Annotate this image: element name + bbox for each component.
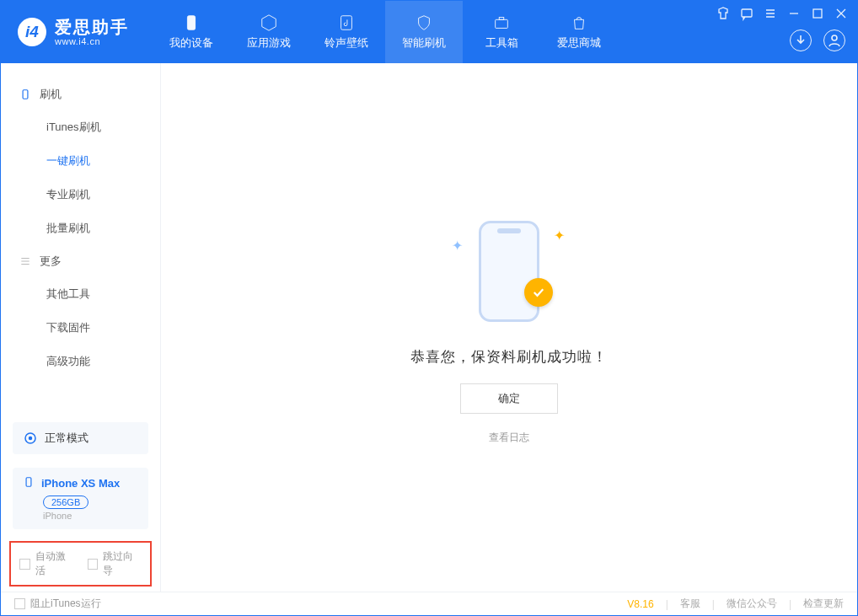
checkbox-label: 跳过向导 xyxy=(103,549,142,578)
nav-app-games[interactable]: 应用游戏 xyxy=(230,1,308,63)
sidebar-item-onekey-flash[interactable]: 一键刷机 xyxy=(1,144,160,178)
skin-icon[interactable] xyxy=(716,6,731,21)
section-label: 更多 xyxy=(40,254,62,269)
sidebar-item-other-tools[interactable]: 其他工具 xyxy=(1,277,160,311)
svg-rect-10 xyxy=(26,478,31,487)
checkbox-label: 阻止iTunes运行 xyxy=(30,597,101,611)
nav-label: 铃声壁纸 xyxy=(324,35,368,51)
phone-small-icon xyxy=(23,476,35,490)
checkbox-block-itunes[interactable]: 阻止iTunes运行 xyxy=(14,597,101,611)
divider: | xyxy=(789,598,791,610)
highlighted-options: 自动激活 跳过向导 xyxy=(9,541,152,587)
feedback-icon[interactable] xyxy=(739,6,754,21)
device-mode-label: 正常模式 xyxy=(45,431,88,446)
account-button[interactable] xyxy=(823,29,845,51)
nav-label: 应用游戏 xyxy=(247,35,291,51)
wechat-link[interactable]: 微信公众号 xyxy=(727,597,777,611)
divider: | xyxy=(666,598,668,610)
sidebar-item-batch-flash[interactable]: 批量刷机 xyxy=(1,212,160,245)
device-name: iPhone XS Max xyxy=(41,477,120,490)
version-label: V8.16 xyxy=(627,598,653,610)
svg-rect-7 xyxy=(23,90,28,99)
svg-rect-3 xyxy=(499,18,504,20)
section-label: 刷机 xyxy=(40,87,62,102)
minimize-button[interactable] xyxy=(786,6,802,21)
nav-my-device[interactable]: 我的设备 xyxy=(153,1,230,63)
logo-title: 爱思助手 xyxy=(55,18,129,36)
sidebar-item-pro-flash[interactable]: 专业刷机 xyxy=(1,178,160,212)
check-update-link[interactable]: 检查更新 xyxy=(803,597,844,611)
mode-icon xyxy=(23,431,38,446)
svg-rect-6 xyxy=(813,9,822,18)
nav-smart-flash[interactable]: 智能刷机 xyxy=(385,1,463,63)
storage-badge: 256GB xyxy=(43,495,88,509)
logo-url: www.i4.cn xyxy=(55,36,129,46)
customer-service-link[interactable]: 客服 xyxy=(680,597,700,611)
cube-icon xyxy=(260,13,278,32)
divider: | xyxy=(712,598,715,610)
header: i4 爱思助手 www.i4.cn 我的设备 应用游戏 铃声壁纸 智能刷机 工具… xyxy=(1,1,857,63)
nav-ringtone-wallpaper[interactable]: 铃声壁纸 xyxy=(308,1,385,63)
toolbox-icon xyxy=(492,13,511,32)
device-icon xyxy=(19,88,31,100)
shield-refresh-icon xyxy=(415,13,433,32)
status-bar: 阻止iTunes运行 V8.16 | 客服 | 微信公众号 | 检查更新 xyxy=(1,592,857,615)
sparkle-icon: ✦ xyxy=(554,228,565,244)
top-nav: 我的设备 应用游戏 铃声壁纸 智能刷机 工具箱 爱思商城 xyxy=(153,1,618,63)
svg-rect-2 xyxy=(496,19,508,28)
download-button[interactable] xyxy=(790,29,812,51)
nav-label: 工具箱 xyxy=(485,35,518,51)
checkbox-icon xyxy=(14,598,25,609)
phone-icon xyxy=(182,13,201,32)
check-badge-icon xyxy=(524,278,553,307)
list-icon xyxy=(19,255,31,267)
view-log-link[interactable]: 查看日志 xyxy=(489,431,529,445)
nav-store[interactable]: 爱思商城 xyxy=(540,1,618,63)
svg-point-9 xyxy=(29,437,33,441)
success-message: 恭喜您，保资料刷机成功啦！ xyxy=(410,347,608,367)
bag-icon xyxy=(570,13,588,32)
success-illustration: ✦ ✦ xyxy=(433,212,585,330)
device-mode-card[interactable]: 正常模式 xyxy=(13,422,148,454)
device-type: iPhone xyxy=(43,511,138,521)
checkbox-icon xyxy=(19,559,30,570)
sidebar-section-more: 更多 xyxy=(1,245,160,277)
ok-button[interactable]: 确定 xyxy=(460,383,558,414)
main-content: ✦ ✦ 恭喜您，保资料刷机成功啦！ 确定 查看日志 xyxy=(161,63,857,593)
sidebar-item-download-firmware[interactable]: 下载固件 xyxy=(1,311,160,345)
maximize-button[interactable] xyxy=(810,6,825,21)
nav-toolbox[interactable]: 工具箱 xyxy=(463,1,540,63)
device-info-card[interactable]: iPhone XS Max 256GB iPhone xyxy=(13,468,148,529)
nav-label: 我的设备 xyxy=(169,35,213,51)
sidebar-item-itunes-flash[interactable]: iTunes刷机 xyxy=(1,110,160,144)
menu-icon[interactable] xyxy=(763,6,778,21)
logo-icon: i4 xyxy=(18,18,46,46)
svg-rect-5 xyxy=(742,9,752,17)
sidebar-item-advanced[interactable]: 高级功能 xyxy=(1,345,160,378)
close-button[interactable] xyxy=(834,6,849,21)
sidebar: 刷机 iTunes刷机 一键刷机 专业刷机 批量刷机 更多 其他工具 下载固件 … xyxy=(1,63,161,593)
phone-illustration xyxy=(479,221,539,322)
checkbox-icon xyxy=(88,559,99,570)
nav-label: 爱思商城 xyxy=(557,35,601,51)
checkbox-auto-activate[interactable]: 自动激活 xyxy=(19,549,74,578)
svg-point-4 xyxy=(832,35,837,40)
svg-rect-0 xyxy=(187,16,195,30)
sidebar-section-flash: 刷机 xyxy=(1,78,160,110)
nav-label: 智能刷机 xyxy=(402,35,446,51)
svg-rect-1 xyxy=(341,16,352,30)
checkbox-skip-guide[interactable]: 跳过向导 xyxy=(88,549,142,578)
sparkle-icon: ✦ xyxy=(452,238,463,254)
logo: i4 爱思助手 www.i4.cn xyxy=(1,1,153,63)
music-file-icon xyxy=(337,13,356,32)
checkbox-label: 自动激活 xyxy=(35,549,74,578)
